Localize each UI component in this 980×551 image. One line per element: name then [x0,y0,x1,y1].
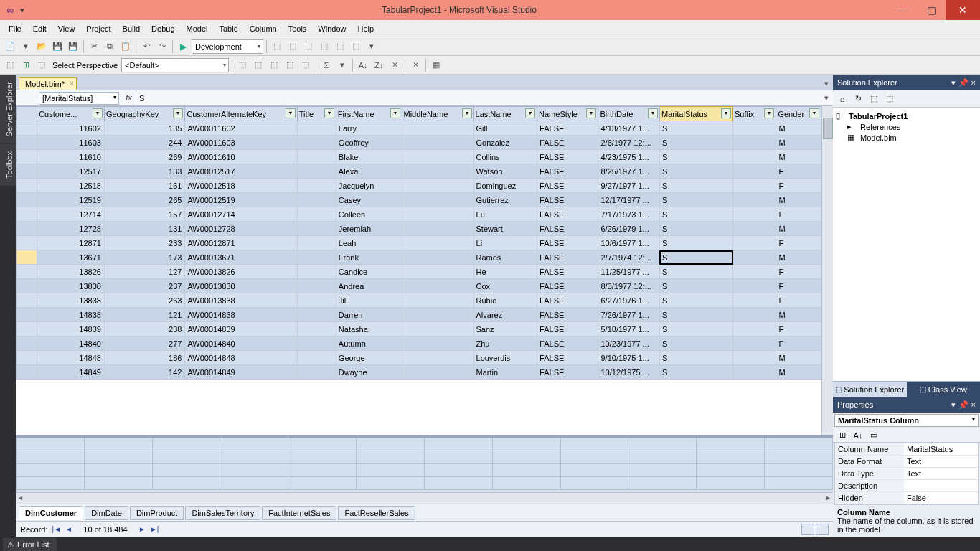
toolbar-icon[interactable]: ⬚ [333,39,347,54]
grid-cell[interactable] [402,308,473,322]
grid-cell[interactable]: 12/17/1977 ... [598,193,659,207]
references-node[interactable]: ▸References [834,121,979,132]
toolbar-icon[interactable]: ⬚ [317,39,331,54]
grid-cell[interactable] [733,236,776,250]
grid-cell[interactable]: AW00013838 [185,293,297,308]
menu-project[interactable]: Project [80,22,116,35]
grid-cell[interactable]: FALSE [537,365,598,380]
toolbar-icon[interactable]: ⬚ [283,58,297,72]
grid-cell[interactable]: Martin [473,365,537,380]
grid-cell[interactable]: 11602 [37,121,105,136]
grid-cell[interactable]: 13671 [37,250,105,265]
clear-filter-icon[interactable]: ⨯ [408,58,423,72]
grid-cell[interactable]: Alvarez [473,308,537,322]
sheet-tab[interactable]: FactResellerSales [338,506,415,520]
horizontal-scrollbar[interactable] [16,492,833,504]
grid-cell[interactable]: 13826 [37,265,105,279]
menu-tools[interactable]: Tools [283,22,313,35]
toolbar-icon[interactable]: ⬚ [235,58,250,72]
model-node[interactable]: ▦Model.bim [834,132,979,143]
grid-cell[interactable]: FALSE [537,293,598,308]
grid-cell[interactable] [402,351,473,365]
grid-cell[interactable]: 142 [104,365,185,380]
toolbar-icon[interactable]: ⬚ [267,58,281,72]
grid-cell[interactable]: 10/6/1977 1... [598,236,659,250]
grid-cell[interactable]: 11/25/1977 ... [598,265,659,279]
menu-edit[interactable]: Edit [27,22,52,35]
toolbar-icon[interactable]: ⬚ [34,58,49,72]
last-record-button[interactable]: ►| [150,525,159,533]
grid-cell[interactable]: AW00012518 [185,179,297,193]
column-header[interactable]: FirstName▾ [336,107,402,121]
grid-cell[interactable]: F [776,164,821,179]
grid-cell[interactable]: 12518 [37,179,105,193]
grid-cell[interactable]: 173 [104,250,185,265]
column-header[interactable]: MiddleName▾ [402,107,473,121]
grid-cell[interactable] [733,207,776,222]
grid-cell[interactable]: Collins [473,150,537,164]
grid-cell[interactable]: 186 [104,351,185,365]
grid-cell[interactable]: S [659,150,732,164]
grid-cell[interactable]: AW00011610 [185,150,297,164]
grid-cell[interactable]: AW00014849 [185,365,297,380]
grid-cell[interactable] [297,121,336,136]
grid-cell[interactable]: Lu [473,207,537,222]
grid-cell[interactable]: 13830 [37,279,105,293]
grid-cell[interactable] [733,121,776,136]
grid-cell[interactable] [402,222,473,236]
grid-cell[interactable]: 6/27/1976 1... [598,293,659,308]
toolbar-icon[interactable]: ⬚ [286,39,300,54]
grid-cell[interactable] [402,193,473,207]
sort-desc-icon[interactable]: Z↓ [372,58,386,72]
save-all-icon[interactable]: 💾 [66,39,80,54]
grid-cell[interactable] [297,207,336,222]
categorized-icon[interactable]: ⊞ [836,429,849,442]
grid-cell[interactable]: AW00012728 [185,222,297,236]
property-value[interactable]: MaritalStatus [904,443,978,455]
grid-cell[interactable] [402,265,473,279]
grid-cell[interactable] [297,164,336,179]
grid-cell[interactable]: M [776,150,821,164]
grid-cell[interactable]: Colleen [336,207,402,222]
column-header[interactable]: GeographyKey▾ [104,107,185,121]
new-project-icon[interactable]: 📄 [3,39,17,54]
grid-cell[interactable] [733,293,776,308]
grid-cell[interactable]: F [776,179,821,193]
grid-cell[interactable]: 12871 [37,236,105,250]
grid-cell[interactable]: AW00012517 [185,164,297,179]
column-header[interactable]: Gender▾ [776,107,821,121]
grid-cell[interactable]: FALSE [537,322,598,336]
grid-cell[interactable] [733,164,776,179]
grid-cell[interactable]: Casey [336,193,402,207]
grid-cell[interactable]: AW00013826 [185,265,297,279]
column-header[interactable]: LastName▾ [473,107,537,121]
column-header[interactable]: MaritalStatus▾ [659,107,732,121]
grid-cell[interactable]: M [776,222,821,236]
grid-cell[interactable]: S [659,322,732,336]
grid-cell[interactable]: Sanz [473,322,537,336]
sheet-tab[interactable]: DimCustomer [19,506,83,520]
grid-cell[interactable]: FALSE [537,121,598,136]
grid-cell[interactable]: 133 [104,164,185,179]
show-all-icon[interactable]: ⬚ [867,93,880,105]
grid-cell[interactable]: 263 [104,293,185,308]
grid-cell[interactable] [402,121,473,136]
grid-cell[interactable]: F [776,207,821,222]
close-tab-icon[interactable]: × [70,80,74,88]
grid-cell[interactable] [733,308,776,322]
name-box[interactable]: [MaritalStatus] [39,92,119,105]
clear-sort-icon[interactable]: ⨯ [387,58,402,72]
grid-cell[interactable]: M [776,351,821,365]
grid-cell[interactable]: S [659,351,732,365]
pin-icon[interactable]: 📌 [958,400,969,410]
prev-record-button[interactable]: ◄ [65,525,72,533]
menu-build[interactable]: Build [117,22,146,35]
grid-cell[interactable]: 5/18/1977 1... [598,322,659,336]
grid-cell[interactable]: S [659,164,732,179]
home-icon[interactable]: ⌂ [836,93,849,105]
toolbar-icon[interactable]: ⬚ [349,39,363,54]
toolbar-icon[interactable]: ⬚ [3,58,17,72]
grid-cell[interactable]: FALSE [537,136,598,150]
grid-cell[interactable] [733,136,776,150]
grid-cell[interactable]: Natasha [336,322,402,336]
